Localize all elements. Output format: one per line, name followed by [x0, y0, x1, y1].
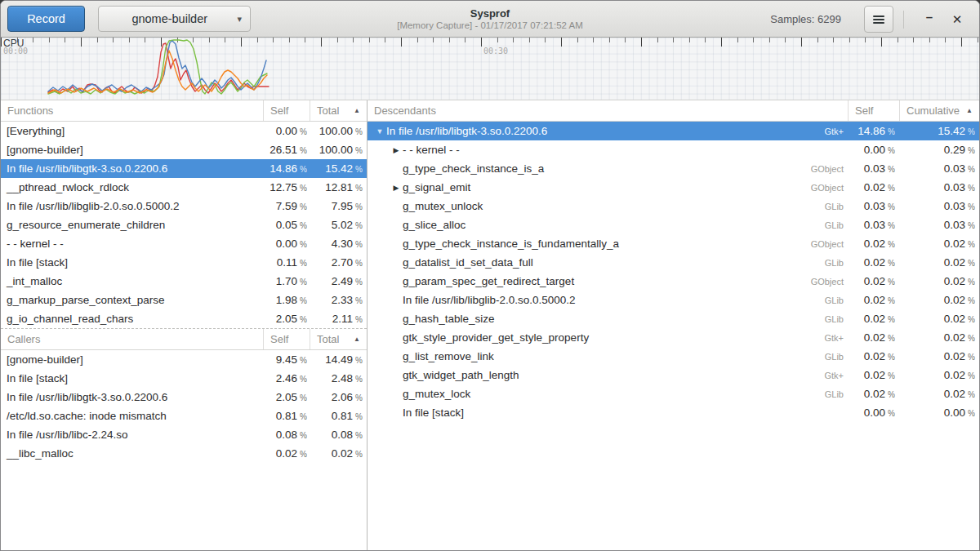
- callers-total-column-header[interactable]: Total ▲: [310, 329, 367, 349]
- descendants-table-body: ▼In file /usr/lib/libgtk-3.so.0.2200.6Gt…: [368, 122, 979, 422]
- descendant-name: g_slice_alloc: [403, 219, 466, 231]
- descendant-name: g_hash_table_size: [403, 313, 495, 325]
- functions-table-row[interactable]: __pthread_rwlock_rdlock12.75%12.81%: [1, 178, 367, 197]
- library-tag: Gtk+: [824, 371, 849, 380]
- target-process-dropdown[interactable]: gnome-builder ▾: [98, 6, 251, 32]
- descendants-cumulative-column-header[interactable]: Cumulative ▲: [900, 100, 979, 121]
- functions-total-column-header[interactable]: Total ▲: [310, 100, 367, 121]
- descendants-table-row[interactable]: ▶g_signal_emitGObject0.02%0.03%: [368, 178, 979, 197]
- percent-value: 0.02%: [900, 350, 979, 362]
- function-name: In file /usr/lib/libc-2.24.so: [1, 429, 264, 441]
- callers-table-row[interactable]: /etc/ld.so.cache: inode mismatch0.81%0.8…: [1, 407, 367, 425]
- descendant-name: In file [stack]: [403, 407, 464, 419]
- percent-value: 15.42%: [310, 162, 367, 175]
- function-name: g_markup_parse_context_parse: [1, 294, 264, 306]
- descendant-name: g_list_remove_link: [403, 350, 494, 362]
- descendants-table-row[interactable]: g_param_spec_get_redirect_targetGObject0…: [368, 272, 979, 291]
- descendants-table-row[interactable]: g_slice_allocGLib0.03%0.03%: [368, 216, 979, 234]
- callers-column-header[interactable]: Callers: [1, 329, 264, 349]
- minimize-button[interactable]: –: [915, 6, 943, 33]
- descendants-column-header[interactable]: Descendants: [368, 100, 849, 121]
- percent-value: 0.02%: [849, 181, 900, 193]
- function-name: __libc_malloc: [1, 447, 264, 460]
- callers-table-row[interactable]: In file /usr/lib/libgtk-3.so.0.2200.62.0…: [1, 388, 367, 407]
- functions-table-row[interactable]: [gnome-builder]26.51%100.00%: [1, 140, 367, 159]
- percent-value: 7.59%: [264, 200, 310, 212]
- descendants-table-row[interactable]: ▼In file /usr/lib/libgtk-3.so.0.2200.6Gt…: [368, 122, 979, 140]
- percent-value: 15.42%: [900, 125, 979, 137]
- functions-table-row[interactable]: In file /usr/lib/libglib-2.0.so.0.5000.2…: [1, 197, 367, 216]
- descendant-name: In file /usr/lib/libglib-2.0.so.0.5000.2: [403, 294, 576, 306]
- callers-table-row[interactable]: [gnome-builder]9.45%14.49%: [1, 350, 367, 369]
- descendants-self-column-header[interactable]: Self: [849, 100, 900, 121]
- functions-table-row[interactable]: In file [stack]0.11%2.70%: [1, 253, 367, 272]
- library-tag: GObject: [811, 239, 849, 249]
- library-tag: Gtk+: [824, 333, 849, 343]
- functions-column-header[interactable]: Functions: [1, 100, 264, 121]
- percent-value: 4.30%: [310, 238, 367, 250]
- percent-value: 12.81%: [310, 181, 367, 193]
- function-name: g_resource_enumerate_children: [1, 219, 264, 231]
- percent-value: 12.75%: [264, 181, 310, 193]
- menu-button[interactable]: [864, 6, 893, 33]
- descendant-name-cell: In file /usr/lib/libglib-2.0.so.0.5000.2…: [368, 294, 849, 306]
- percent-value: 2.46%: [264, 372, 310, 384]
- descendants-table-row[interactable]: g_mutex_lockGLib0.02%0.02%: [368, 384, 979, 403]
- functions-table-row[interactable]: - - kernel - -0.00%4.30%: [1, 234, 367, 253]
- descendants-table-row[interactable]: g_type_check_instance_is_fundamentally_a…: [368, 234, 979, 253]
- percent-value: 0.02%: [849, 313, 900, 325]
- function-name: In file [stack]: [1, 372, 264, 384]
- percent-value: 0.08%: [310, 429, 367, 441]
- descendants-table-row[interactable]: g_mutex_unlockGLib0.03%0.03%: [368, 197, 979, 216]
- expander-closed-icon[interactable]: ▶: [390, 146, 403, 154]
- profile-panes: Functions Self Total ▲ [Everything]0.00%…: [1, 100, 979, 551]
- percent-value: 1.98%: [264, 294, 310, 306]
- function-name: [gnome-builder]: [1, 144, 264, 156]
- percent-value: 0.02%: [849, 369, 900, 381]
- expander-closed-icon[interactable]: ▶: [390, 184, 403, 192]
- total-header-label: Total: [317, 104, 339, 117]
- percent-value: 0.03%: [849, 219, 900, 231]
- descendant-name: g_mutex_lock: [403, 388, 470, 400]
- functions-table-row[interactable]: _int_malloc1.70%2.49%: [1, 272, 367, 291]
- functions-self-column-header[interactable]: Self: [264, 100, 310, 121]
- descendant-name: g_datalist_id_set_data_full: [403, 256, 533, 269]
- descendants-table-row[interactable]: g_datalist_id_set_data_fullGLib0.02%0.02…: [368, 253, 979, 272]
- descendants-table-row[interactable]: g_type_check_instance_is_aGObject0.03%0.…: [368, 159, 979, 178]
- descendants-table-row[interactable]: ▶- - kernel - -0.00%0.29%: [368, 140, 979, 159]
- library-tag: GLib: [825, 295, 849, 305]
- percent-value: 0.02%: [849, 238, 900, 250]
- descendant-name-cell: ▼In file /usr/lib/libgtk-3.so.0.2200.6Gt…: [368, 125, 849, 137]
- functions-table-row[interactable]: In file /usr/lib/libgtk-3.so.0.2200.614.…: [1, 159, 367, 178]
- percent-value: 0.02%: [900, 294, 979, 306]
- callers-table-row[interactable]: __libc_malloc0.02%0.02%: [1, 444, 367, 463]
- descendants-table-row[interactable]: In file [stack]0.00%0.00%: [368, 403, 979, 422]
- sysprof-window: Record gnome-builder ▾ Sysprof [Memory C…: [0, 0, 980, 551]
- descendants-table-row[interactable]: g_list_remove_linkGLib0.02%0.02%: [368, 347, 979, 366]
- header-bar: Record gnome-builder ▾ Sysprof [Memory C…: [1, 1, 979, 38]
- function-name: __pthread_rwlock_rdlock: [1, 181, 264, 193]
- function-name: g_io_channel_read_chars: [1, 313, 264, 325]
- library-tag: GLib: [825, 202, 849, 211]
- descendant-name: g_signal_emit: [403, 181, 470, 193]
- record-button[interactable]: Record: [7, 6, 85, 32]
- functions-table-row[interactable]: g_io_channel_read_chars2.05%2.11%: [1, 309, 367, 328]
- callers-table-row[interactable]: In file [stack]2.46%2.48%: [1, 369, 367, 388]
- descendants-table-row[interactable]: gtk_widget_path_lengthGtk+0.02%0.02%: [368, 366, 979, 384]
- functions-table-row[interactable]: g_markup_parse_context_parse1.98%2.33%: [1, 291, 367, 309]
- descendants-table-row[interactable]: gtk_style_provider_get_style_propertyGtk…: [368, 328, 979, 347]
- cpu-usage-graph[interactable]: CPU 00:0000:30: [1, 38, 979, 100]
- functions-table-row[interactable]: g_resource_enumerate_children0.05%5.02%: [1, 216, 367, 234]
- descendants-table-row[interactable]: In file /usr/lib/libglib-2.0.so.0.5000.2…: [368, 291, 979, 309]
- descendants-table-row[interactable]: g_hash_table_sizeGLib0.02%0.02%: [368, 309, 979, 328]
- function-name: In file /usr/lib/libgtk-3.so.0.2200.6: [1, 391, 264, 403]
- expander-open-icon[interactable]: ▼: [373, 127, 386, 136]
- percent-value: 2.48%: [310, 372, 367, 384]
- close-button[interactable]: ✕: [943, 6, 971, 33]
- callers-self-column-header[interactable]: Self: [264, 329, 310, 349]
- functions-table-row[interactable]: [Everything]0.00%100.00%: [1, 122, 367, 140]
- descendant-name: g_type_check_instance_is_fundamentally_a: [403, 238, 619, 250]
- percent-value: 0.00%: [849, 144, 900, 156]
- callers-table-row[interactable]: In file /usr/lib/libc-2.24.so0.08%0.08%: [1, 425, 367, 444]
- percent-value: 0.02%: [900, 313, 979, 325]
